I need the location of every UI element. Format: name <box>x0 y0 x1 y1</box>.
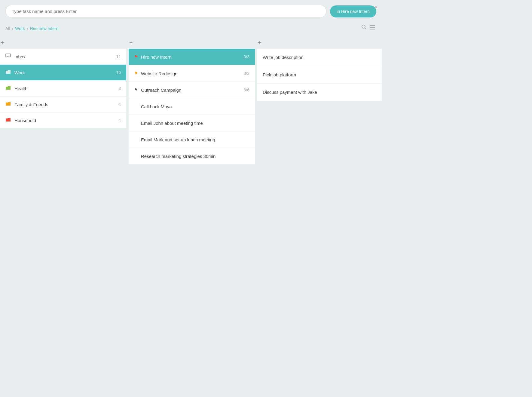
list-item-inbox[interactable]: Inbox 11 <box>0 49 126 65</box>
task-hire-intern-label: Hire new Intern <box>141 54 244 60</box>
task-website-count: 3/3 <box>244 71 249 76</box>
health-folder-icon <box>5 85 11 91</box>
task-call-maya[interactable]: ⚑ Call back Maya <box>129 98 255 115</box>
list-item-household[interactable]: Household 4 <box>0 112 126 128</box>
subtasks-list: Write job description Pick job platform … <box>257 49 382 101</box>
task-hire-intern-count: 3/3 <box>244 54 249 59</box>
health-count: 3 <box>118 86 121 91</box>
lists-column: + Inbox 11 <box>0 38 126 128</box>
search-bar-area: in Hire new Intern <box>0 0 382 23</box>
red-flag-icon: ⚑ <box>134 54 138 60</box>
task-email-john-label: Email John about meeting time <box>141 121 249 126</box>
subtask-pick-platform[interactable]: Pick job platform <box>257 66 382 84</box>
close-button[interactable]: × <box>374 4 378 10</box>
yellow-flag-icon: ⚑ <box>134 71 138 76</box>
task-outreach-count: 6/6 <box>244 88 249 92</box>
svg-point-0 <box>362 25 365 28</box>
breadcrumb-sep2: › <box>27 26 28 31</box>
family-count: 4 <box>118 102 121 107</box>
task-outreach-label: Outreach Campaign <box>141 88 244 93</box>
subtask-write-job-desc[interactable]: Write job description <box>257 49 382 66</box>
columns-wrapper: + Inbox 11 <box>0 38 382 164</box>
col2-header: + <box>129 38 255 49</box>
dark-flag-icon: ⚑ <box>134 87 138 93</box>
task-email-john[interactable]: ⚑ Email John about meeting time <box>129 115 255 131</box>
task-email-mark-label: Email Mark and set up lunch meeting <box>141 137 249 142</box>
subtasks-column: + Write job description Pick job platfor… <box>257 38 382 101</box>
breadcrumb-work[interactable]: Work <box>15 26 25 31</box>
search-input[interactable] <box>5 5 326 18</box>
inbox-icon <box>5 54 11 60</box>
breadcrumb-all[interactable]: All <box>5 26 10 31</box>
tasks-list: ⚑ Hire new Intern 3/3 ⚑ Website Redesign… <box>129 49 255 164</box>
task-outreach-campaign[interactable]: ⚑ Outreach Campaign 6/6 <box>129 82 255 98</box>
context-button[interactable]: in Hire new Intern <box>330 5 376 17</box>
breadcrumb-current: Hire new Intern <box>30 26 58 31</box>
family-label: Family & Friends <box>14 102 118 107</box>
list-item-health[interactable]: Health 3 <box>0 81 126 97</box>
col1-add-button[interactable]: + <box>1 40 4 46</box>
lists-list: Inbox 11 Work 16 H <box>0 49 126 128</box>
breadcrumb: All › Work › Hire new Intern <box>0 23 382 38</box>
subtask-pick-platform-label: Pick job platform <box>263 72 296 77</box>
list-item-family[interactable]: Family & Friends 4 <box>0 97 126 112</box>
task-research-label: Research marketing strategies 30min <box>141 154 249 159</box>
subtask-write-job-label: Write job description <box>263 55 304 60</box>
task-research-marketing[interactable]: ⚑ Research marketing strategies 30min <box>129 148 255 164</box>
col1-header: + <box>0 38 126 49</box>
task-website-label: Website Redesign <box>141 71 244 76</box>
household-count: 4 <box>118 118 121 123</box>
tasks-column: + ⚑ Hire new Intern 3/3 ⚑ Website Redesi… <box>129 38 255 164</box>
task-website-redesign[interactable]: ⚑ Website Redesign 3/3 <box>129 65 255 82</box>
svg-rect-5 <box>6 54 11 57</box>
search-icon <box>361 24 367 30</box>
subtask-discuss-payment[interactable]: Discuss payment with Jake <box>257 84 382 101</box>
col3-header: + <box>257 38 382 49</box>
health-label: Health <box>14 86 118 91</box>
family-folder-icon <box>5 101 11 107</box>
list-item-work[interactable]: Work 16 <box>0 65 126 81</box>
col2-add-button[interactable]: + <box>129 40 133 46</box>
list-icon <box>370 25 375 29</box>
household-label: Household <box>14 118 118 123</box>
inbox-label: Inbox <box>14 54 116 59</box>
work-count: 16 <box>116 70 121 75</box>
svg-line-1 <box>365 28 366 29</box>
household-folder-icon <box>5 117 11 123</box>
search-icon-button[interactable] <box>361 24 367 31</box>
task-hire-intern[interactable]: ⚑ Hire new Intern 3/3 <box>129 49 255 65</box>
list-view-button[interactable] <box>370 25 375 31</box>
inbox-count: 11 <box>116 54 121 59</box>
col3-add-button[interactable]: + <box>258 40 261 46</box>
breadcrumb-sep1: › <box>12 26 14 31</box>
work-folder-icon <box>5 69 11 75</box>
work-label: Work <box>14 70 116 75</box>
subtask-discuss-payment-label: Discuss payment with Jake <box>263 90 317 95</box>
task-call-maya-label: Call back Maya <box>141 104 249 109</box>
header-icons-area <box>361 24 376 34</box>
task-email-mark[interactable]: ⚑ Email Mark and set up lunch meeting <box>129 131 255 148</box>
